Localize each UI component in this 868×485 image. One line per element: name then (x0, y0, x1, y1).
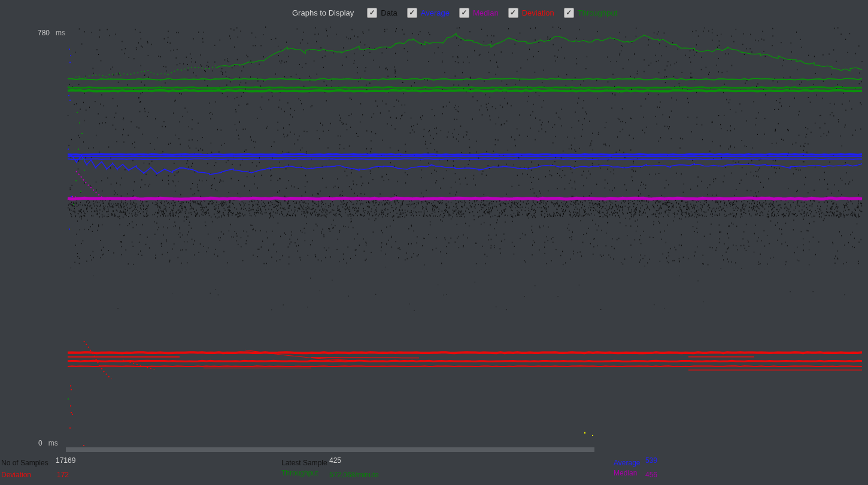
average-stat-label: Average (614, 459, 640, 467)
samples-value: 17169 (56, 456, 75, 465)
graphs-to-display-label: Graphs to Display (292, 8, 354, 17)
time-scrollbar[interactable] (66, 447, 594, 452)
latest-sample-value: 425 (329, 456, 341, 465)
checkbox-group-deviation[interactable]: ✓ Deviation (508, 8, 554, 18)
throughput-checkbox-label: Throughput (578, 8, 618, 17)
median-checkbox-label: Median (473, 8, 499, 17)
throughput-stat-value: 572,068/minute (329, 471, 379, 479)
deviation-stat-label: Deviation (1, 471, 31, 479)
y-axis-max-value: 780 (38, 29, 50, 37)
data-checkbox[interactable]: ✓ (367, 8, 377, 18)
y-axis-min-value: 0 (38, 439, 43, 447)
y-axis-max-unit: ms (56, 29, 65, 37)
graphs-to-display-bar: Graphs to Display ✓ Data ✓ Average ✓ Med… (292, 6, 617, 19)
average-stat-value: 539 (645, 456, 657, 465)
data-checkbox-label: Data (381, 8, 397, 17)
checkbox-group-throughput[interactable]: ✓ Throughput (564, 8, 618, 18)
samples-label: No of Samples (1, 459, 48, 467)
y-axis-min-unit: ms (48, 439, 58, 447)
deviation-checkbox-label: Deviation (522, 8, 554, 17)
deviation-stat-value: 172 (57, 471, 69, 479)
deviation-checkbox[interactable]: ✓ (508, 8, 518, 18)
throughput-checkbox[interactable]: ✓ (564, 8, 574, 18)
checkbox-group-average[interactable]: ✓ Average (407, 8, 450, 18)
median-stat-label: Median (614, 469, 637, 477)
y-axis-min-label: 0 ms (38, 439, 58, 447)
y-axis-max-label: 780 ms (38, 29, 65, 37)
performance-chart[interactable] (0, 0, 868, 485)
median-checkbox[interactable]: ✓ (459, 8, 469, 18)
average-checkbox[interactable]: ✓ (407, 8, 417, 18)
checkbox-group-data[interactable]: ✓ Data (367, 8, 397, 18)
average-checkbox-label: Average (421, 8, 450, 17)
throughput-stat-label: Throughput (281, 469, 318, 477)
median-stat-value: 456 (645, 471, 657, 479)
latest-sample-label: Latest Sample (281, 459, 327, 467)
checkbox-group-median[interactable]: ✓ Median (459, 8, 499, 18)
